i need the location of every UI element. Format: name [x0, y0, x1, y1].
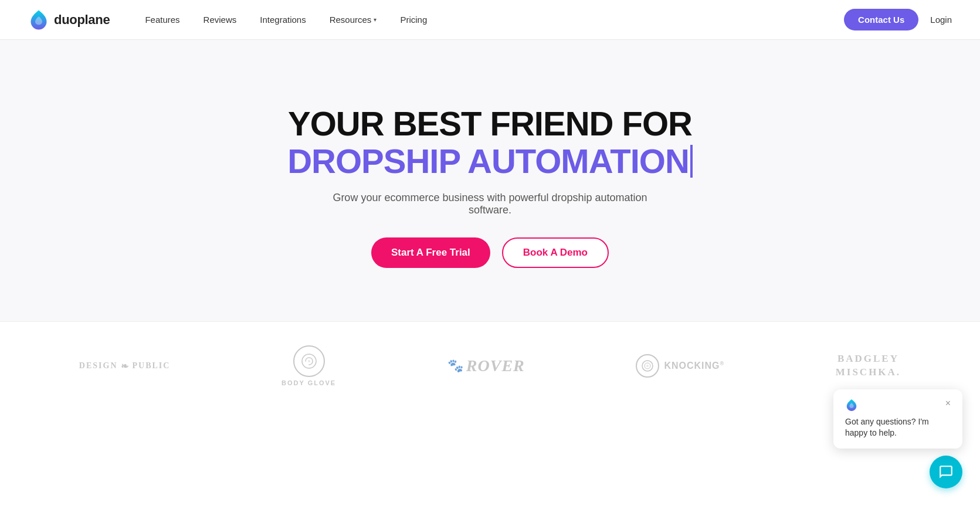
- body-glove-icon: [301, 353, 317, 369]
- logo-icon: [28, 9, 49, 30]
- nav-resources[interactable]: Resources ▾: [330, 15, 377, 25]
- nav-pricing[interactable]: Pricing: [400, 15, 427, 25]
- chevron-down-icon: ▾: [374, 16, 377, 23]
- svg-point-1: [308, 360, 310, 362]
- login-link[interactable]: Login: [930, 15, 952, 25]
- chat-bubble: × Got any questions? I'm happy to help.: [833, 389, 962, 404]
- chat-bubble-header: ×: [845, 399, 951, 404]
- hero-title-line2: DROPSHIP AUTOMATION: [287, 142, 693, 180]
- nav-reviews[interactable]: Reviews: [204, 15, 237, 25]
- knocking-icon: [641, 359, 654, 372]
- design-public-arrow-icon: ❧: [121, 361, 130, 372]
- brand-body-glove: BODY GLOVE: [282, 345, 336, 386]
- svg-point-4: [646, 365, 649, 367]
- brand-design-public: DESIGN ❧ PUBLIC: [79, 361, 171, 372]
- text-cursor: [690, 145, 693, 178]
- start-free-trial-button[interactable]: Start A Free Trial: [371, 237, 490, 268]
- body-glove-emblem: [293, 345, 325, 377]
- contact-us-button[interactable]: Contact Us: [844, 9, 918, 30]
- chat-close-button[interactable]: ×: [945, 399, 951, 404]
- hero-buttons: Start A Free Trial Book A Demo: [371, 237, 609, 268]
- knocking-emblem: [636, 354, 659, 378]
- book-a-demo-button[interactable]: Book A Demo: [502, 237, 609, 268]
- hero-subtitle: Grow your ecommerce business with powerf…: [314, 192, 666, 216]
- hero-title-line1: YOUR BEST FRIEND FOR: [288, 105, 692, 142]
- brand-name: duoplane: [54, 12, 110, 28]
- chat-widget: × Got any questions? I'm happy to help.: [833, 389, 962, 404]
- nav-links: Features Reviews Integrations Resources …: [145, 15, 844, 25]
- logo-link[interactable]: duoplane: [28, 9, 110, 30]
- brand-badgley-mischka: BADGLEYMISCHKA.: [836, 352, 901, 379]
- nav-features[interactable]: Features: [145, 15, 179, 25]
- chat-logo-icon: [845, 399, 858, 404]
- nav-integrations[interactable]: Integrations: [260, 15, 306, 25]
- brand-rover: 🐾 Rover: [447, 356, 525, 375]
- paw-icon: 🐾: [447, 358, 464, 373]
- hero-section: YOUR BEST FRIEND FOR DROPSHIP AUTOMATION…: [0, 40, 980, 321]
- navbar: duoplane Features Reviews Integrations R…: [0, 0, 980, 40]
- nav-right: Contact Us Login: [844, 9, 952, 30]
- brand-knocking: knocking®: [636, 354, 724, 378]
